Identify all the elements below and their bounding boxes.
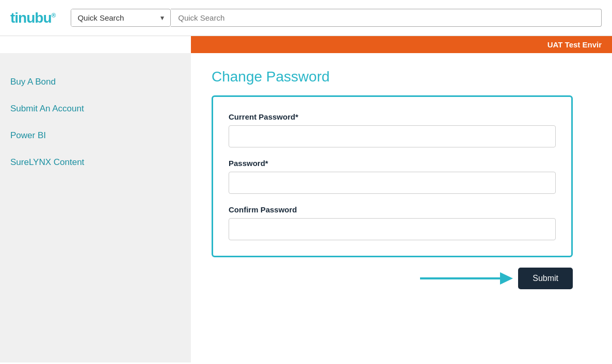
logo-text: tinubu [10, 10, 52, 26]
search-input[interactable] [171, 9, 602, 27]
password-input[interactable] [229, 172, 556, 194]
sidebar-item-submit-an-account[interactable]: Submit An Account [10, 95, 181, 122]
sidebar: Buy A Bond Submit An Account Power BI Su… [0, 53, 191, 362]
confirm-password-group: Confirm Password [229, 205, 556, 240]
password-group: Password* [229, 159, 556, 194]
logo: tinubu® [10, 10, 55, 26]
sidebar-item-buy-a-bond[interactable]: Buy A Bond [10, 69, 181, 95]
uat-banner-text: UAT Test Envir [547, 40, 602, 49]
password-label: Password* [229, 159, 556, 168]
dropdown-arrow-icon: ▼ [154, 10, 170, 26]
search-dropdown-wrapper: Quick Search Account Bond Contact ▼ [71, 9, 171, 27]
current-password-input[interactable] [229, 125, 556, 147]
submit-arrow-icon [420, 268, 513, 289]
search-dropdown[interactable]: Quick Search Account Bond Contact [71, 9, 154, 26]
change-password-form-box: Current Password* Password* Confirm Pass… [212, 95, 573, 257]
search-container: Quick Search Account Bond Contact ▼ [71, 9, 602, 27]
confirm-password-label: Confirm Password [229, 205, 556, 214]
confirm-password-input[interactable] [229, 218, 556, 240]
sidebar-item-surelynx-content[interactable]: SureLYNX Content [10, 149, 181, 176]
sidebar-item-power-bi[interactable]: Power BI [10, 122, 181, 149]
current-password-label: Current Password* [229, 112, 556, 121]
page-title: Change Password [212, 69, 591, 85]
logo-reg: ® [52, 11, 56, 19]
arrow-container [212, 268, 518, 289]
submit-button[interactable]: Submit [518, 268, 573, 289]
uat-banner: UAT Test Envir [191, 36, 612, 53]
main-content: Change Password Current Password* Passwo… [191, 53, 612, 362]
svg-marker-1 [500, 272, 513, 285]
header: tinubu® Quick Search Account Bond Contac… [0, 0, 612, 36]
layout: Buy A Bond Submit An Account Power BI Su… [0, 53, 612, 362]
current-password-group: Current Password* [229, 112, 556, 147]
submit-area: Submit [212, 268, 573, 289]
